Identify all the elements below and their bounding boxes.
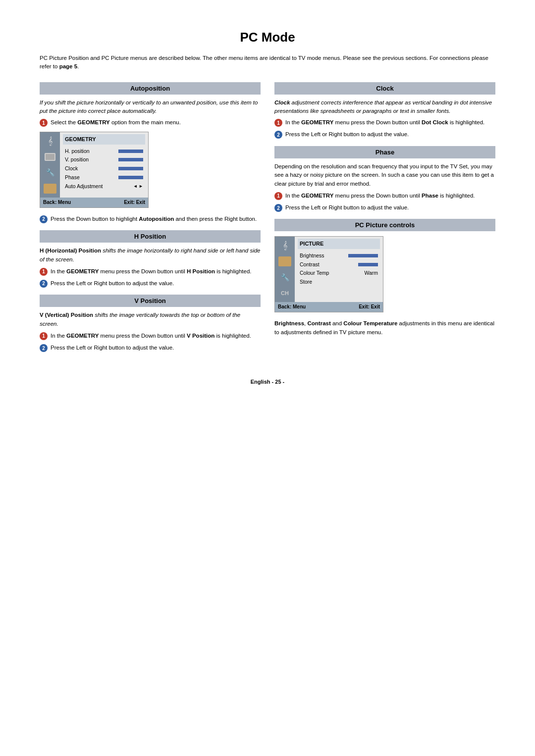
pc-picture-desc: Brightness, Contrast and Colour Temperat…	[274, 319, 495, 337]
geometry-menu-box: 𝄞 🔧 GEOMETRY	[40, 132, 149, 208]
menu-item-hposition: H. position	[63, 147, 145, 155]
wrench-icon: 🔧	[46, 167, 54, 178]
phase-label: Phase	[65, 174, 80, 181]
picture-menu-footer: Back: Menu Exit: Exit	[275, 302, 383, 312]
pic-ch-icon-wrap: CH	[278, 287, 292, 299]
phase-step1: 1 In the GEOMETRY menu press the Down bu…	[274, 192, 495, 200]
geometry-menu-title: GEOMETRY	[63, 134, 145, 145]
autoposition-italic: If you shift the picture horizontally or…	[40, 99, 261, 116]
geometry-menu-content: GEOMETRY H. position V. position Clock	[60, 132, 148, 198]
pic-wrench-icon-wrap: 🔧	[278, 271, 292, 283]
right-column: Clock Clock adjustment corrects interfer…	[274, 82, 495, 359]
clock-body: Clock adjustment corrects interference t…	[274, 99, 495, 139]
pic-menu-back: Back: Menu	[278, 303, 306, 311]
step2-num: 2	[40, 215, 48, 223]
autoposition-header: Autoposition	[40, 82, 261, 95]
phase-body: Depending on the resolution and scan fre…	[274, 162, 495, 212]
hposition-label: H. position	[65, 148, 90, 155]
store-label: Store	[300, 278, 312, 286]
page-footer: English - 25 -	[40, 379, 495, 385]
step1-text: Select the GEOMETRY option from the main…	[51, 118, 261, 127]
hposition-bar	[118, 150, 143, 153]
phase-desc: Depending on the resolution and scan fre…	[274, 162, 495, 189]
pic-menu-exit: Exit: Exit	[359, 303, 380, 311]
autoposition-step2: 2 Press the Down button to highlight Aut…	[40, 215, 261, 223]
hstep1-text: In the GEOMETRY menu press the Down butt…	[51, 267, 261, 276]
treble-clef-icon: 𝄞	[48, 135, 53, 148]
phase-step1-num: 1	[274, 192, 282, 200]
hstep1-num: 1	[40, 268, 48, 276]
clock-step1: 1 In the GEOMETRY menu press the Down bu…	[274, 118, 495, 127]
pic-treble-icon: 𝄞	[283, 240, 287, 252]
ch-icon: CH	[281, 289, 289, 298]
contrast-label: Contrast	[300, 261, 320, 268]
music-icon: 𝄞	[43, 135, 57, 147]
hposition-body: H (Horizontal) Position shifts the image…	[40, 247, 261, 288]
phase-step2-text: Press the Left or Right button to adjust…	[285, 203, 495, 212]
vposition-bar	[118, 158, 143, 161]
wrench-icon-wrap: 🔧	[43, 167, 57, 179]
phase-step1-text: In the GEOMETRY menu press the Down butt…	[285, 192, 495, 200]
hposition-desc: H (Horizontal) Position shifts the image…	[40, 247, 261, 264]
pc-picture-body: 𝄞 🔧 CH PICTURE	[274, 236, 495, 337]
vstep2-num: 2	[40, 344, 48, 352]
geometry-menu-footer: Back: Menu Exit: Exit	[40, 198, 148, 207]
page-title: PC Mode	[40, 30, 495, 45]
picture-menu-content: PICTURE Brightness Contrast Colour Temp …	[295, 237, 383, 302]
menu-icons: 𝄞 🔧	[40, 132, 60, 198]
vstep1-text: In the GEOMETRY menu press the Down butt…	[51, 332, 261, 340]
clock-bar	[118, 167, 143, 170]
colourtmp-value: Warm	[364, 269, 378, 277]
clock-step2-text: Press the Left or Right button to adjust…	[285, 130, 495, 139]
menu-item-colourtmp: Colour Temp Warm	[298, 269, 380, 278]
screen-icon	[43, 151, 57, 163]
picture-menu-box: 𝄞 🔧 CH PICTURE	[274, 236, 383, 312]
pic-music-icon: 𝄞	[278, 240, 292, 252]
picture-menu-icons: 𝄞 🔧 CH	[275, 237, 295, 302]
hposition-step1: 1 In the GEOMETRY menu press the Down bu…	[40, 267, 261, 276]
vposition-label: V. position	[65, 156, 89, 163]
hposition-header: H Position	[40, 230, 261, 243]
step2-text: Press the Down button to highlight Autop…	[51, 215, 261, 223]
vstep2-text: Press the Left or Right button to adjust…	[51, 344, 261, 352]
pc-picture-header: PC Picture controls	[274, 219, 495, 231]
menu-item-vposition: V. position	[63, 155, 145, 164]
picture-icon-wrap	[43, 183, 57, 195]
phase-header: Phase	[274, 146, 495, 158]
clock-step2: 2 Press the Left or Right button to adju…	[274, 130, 495, 139]
vposition-step2: 2 Press the Left or Right button to adju…	[40, 344, 261, 352]
brightness-bar	[348, 254, 378, 257]
menu-item-store: Store	[298, 278, 380, 287]
contrast-bar	[358, 263, 378, 266]
clock-header: Clock	[274, 82, 495, 95]
pic-wrench-icon: 🔧	[281, 272, 289, 283]
picture-menu-title: PICTURE	[298, 239, 380, 249]
menu-back: Back: Menu	[43, 199, 71, 206]
picture-icon	[44, 184, 56, 194]
vposition-header: V Position	[40, 295, 261, 307]
vposition-step1: 1 In the GEOMETRY menu press the Down bu…	[40, 332, 261, 340]
brightness-label: Brightness	[300, 252, 324, 259]
step1-num: 1	[40, 119, 48, 127]
menu-item-contrast: Contrast	[298, 260, 380, 269]
clock-step1-num: 1	[274, 119, 282, 127]
autoposition-step1: 1 Select the GEOMETRY option from the ma…	[40, 118, 261, 127]
menu-item-clock: Clock	[63, 164, 145, 173]
menu-item-autoadj: Auto Adjustment ◄ ►	[63, 182, 145, 191]
menu-item-phase: Phase	[63, 173, 145, 182]
menu-exit: Exit: Exit	[124, 199, 145, 206]
pic-picture-icon-wrap	[278, 255, 292, 267]
clock-step1-text: In the GEOMETRY menu press the Down butt…	[285, 118, 495, 127]
phase-step2-num: 2	[274, 204, 282, 212]
left-column: Autoposition If you shift the picture ho…	[40, 82, 261, 359]
colourtmp-label: Colour Temp	[300, 269, 329, 277]
clock-step2-num: 2	[274, 131, 282, 139]
vposition-desc: V (Vertical) Position shifts the image v…	[40, 311, 261, 329]
monitor-icon	[45, 153, 55, 161]
vposition-body: V (Vertical) Position shifts the image v…	[40, 311, 261, 352]
phase-step2: 2 Press the Left or Right button to adju…	[274, 203, 495, 212]
vstep1-num: 1	[40, 332, 48, 340]
hposition-step2: 2 Press the Left or Right button to adju…	[40, 279, 261, 288]
autoadj-label: Auto Adjustment	[65, 183, 103, 190]
hstep2-text: Press the Left or Right button to adjust…	[51, 279, 261, 288]
